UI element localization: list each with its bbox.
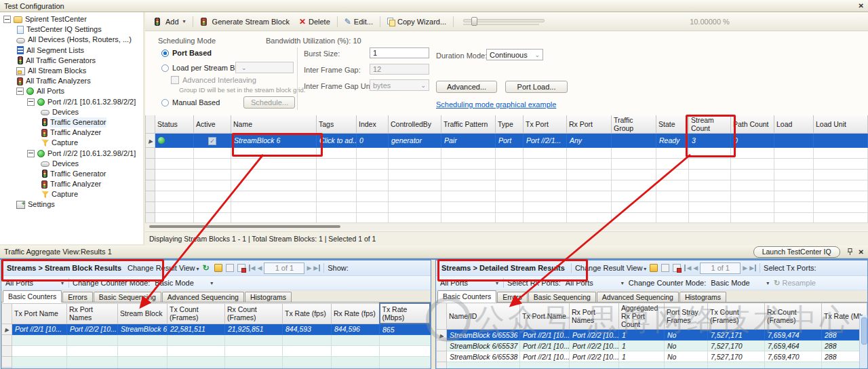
col-tx-rate-mbps[interactable]: Tx Rate (Mbps) (380, 303, 431, 324)
col-tx-port-name[interactable]: Tx Port Name (12, 303, 67, 324)
tab-advanced-sequencing[interactable]: Advanced Sequencing (597, 292, 679, 302)
scrollbar-thumb[interactable] (861, 317, 867, 345)
collapse-icon[interactable] (16, 88, 24, 95)
col-tx-count[interactable]: Tx Count (Frames) (167, 303, 225, 324)
inter-frame-gap-unit-combo[interactable]: bytes (370, 79, 429, 91)
scrollbar-thumb[interactable] (149, 225, 340, 228)
tab-basic-sequencing[interactable]: Basic Sequencing (94, 292, 161, 302)
prev-page-icon[interactable] (693, 265, 698, 271)
col-tx-count[interactable]: Tx Count (Frames) (708, 303, 765, 330)
vertical-scrollbar[interactable] (859, 315, 867, 368)
col-tags[interactable]: Tags (317, 115, 357, 134)
col-rx-port[interactable]: Rx Port (567, 115, 612, 134)
col-port-stray[interactable]: Port Stray Frames (665, 303, 708, 330)
tree-item-all-traffic-generators[interactable]: All Traffic Generators (0, 56, 143, 66)
col-aggregated-rx[interactable]: Aggregated Rx Port Count (619, 303, 665, 330)
tree-item-settings[interactable]: Settings (0, 199, 143, 210)
col-path-count[interactable]: Path Count (731, 115, 774, 134)
tx-ports-dropdown[interactable]: All Ports (439, 279, 500, 287)
collapse-icon[interactable] (27, 150, 35, 157)
load-per-stream-combo[interactable] (235, 62, 294, 73)
stream-row-65536[interactable]: StreamBlock 6/65536 Port //2/1 [10... Po… (437, 330, 867, 341)
first-page-icon[interactable] (684, 265, 691, 271)
next-page-icon[interactable] (743, 265, 747, 271)
prev-page-icon[interactable] (257, 265, 262, 271)
copy-icon[interactable] (661, 264, 669, 272)
stream-block-row[interactable]: ✓ StreamBlock 6 Click to ad... 0 generat… (146, 134, 868, 148)
port-based-radio[interactable]: Port Based (161, 49, 212, 57)
counter-mode-dropdown[interactable]: Basic Mode (153, 279, 214, 287)
change-result-view-button[interactable]: Change Result View (127, 264, 199, 272)
tree-item-traffic-analyzer-2[interactable]: Traffic Analyzer (0, 179, 143, 189)
tree-item-traffic-generator-2[interactable]: Traffic Generator (0, 169, 143, 179)
tab-basic-sequencing[interactable]: Basic Sequencing (528, 292, 596, 302)
inter-frame-gap-input[interactable]: 12 (370, 64, 429, 75)
chart-export-icon[interactable] (237, 264, 245, 272)
tree-item-traffic-generator-1[interactable]: Traffic Generator (0, 117, 143, 128)
col-tx-rate-fps[interactable]: Tx Rate (fps) (283, 303, 332, 324)
tab-advanced-sequencing[interactable]: Advanced Sequencing (162, 292, 244, 302)
col-rx-port-names[interactable]: Rx Port Names (570, 303, 619, 330)
copy-wizard-button[interactable]: Copy Wizard... (384, 16, 449, 27)
tree-item-devices-2[interactable]: Devices (0, 159, 143, 169)
change-result-view-button[interactable]: Change Result View (575, 264, 646, 272)
col-controlledby[interactable]: ControlledBy (389, 115, 441, 134)
col-state[interactable]: State (656, 115, 689, 134)
last-page-icon[interactable] (749, 265, 756, 271)
col-type[interactable]: Type (496, 115, 524, 134)
col-rx-count[interactable]: Rx Count (Frames) (225, 303, 283, 324)
export-icon[interactable] (214, 264, 222, 272)
generate-stream-block-button[interactable]: Generate Stream Block (197, 16, 292, 27)
col-rx-rate-fps[interactable]: Rx Rate (fps) (332, 303, 380, 324)
burst-size-input[interactable]: 1 (370, 47, 429, 58)
col-tx-port[interactable]: Tx Port (524, 115, 567, 134)
tree-item-iq-settings[interactable]: TestCenter IQ Settings (0, 24, 143, 35)
col-name[interactable]: Name (231, 115, 317, 134)
tree-item-all-ports[interactable]: All Ports (0, 86, 143, 96)
tab-histograms[interactable]: Histograms (245, 292, 292, 302)
tab-errors[interactable]: Errors (497, 292, 528, 302)
col-name-id[interactable]: Name/ID (447, 303, 520, 330)
load-slider[interactable] (463, 17, 543, 26)
last-page-icon[interactable] (313, 265, 320, 271)
window-close-icon[interactable]: ✕ (859, 2, 864, 9)
close-panel-icon[interactable]: ✕ (859, 248, 864, 256)
tags-cell[interactable]: Click to ad... (317, 134, 357, 148)
tree-item-devices-1[interactable]: Devices (0, 107, 143, 117)
schedule-button[interactable]: Schedule... (243, 96, 295, 109)
collapse-icon[interactable] (27, 98, 35, 106)
pin-icon[interactable] (847, 248, 853, 256)
tree-item-port-2-1[interactable]: Port //2/1 [10.61.32.98/2/2] (0, 97, 143, 107)
col-index[interactable]: Index (357, 115, 389, 134)
stream-row-65538[interactable]: StreamBlock 6/65538 Port //2/1 [10... Po… (437, 351, 867, 362)
horizontal-scrollbar[interactable] (145, 222, 868, 231)
manual-based-radio[interactable]: Manual Based (161, 98, 220, 106)
col-stream-block[interactable]: Stream Block (118, 303, 167, 324)
advanced-interleaving-checkbox[interactable]: Advanced Interleaving (171, 76, 256, 84)
next-page-icon[interactable] (307, 265, 311, 271)
col-tx-port-name[interactable]: Tx Port Name (520, 303, 570, 330)
delete-button[interactable]: ✕Delete (296, 16, 333, 28)
port-load-button[interactable]: Port Load... (505, 81, 568, 93)
col-traffic-group[interactable]: Traffic Group (612, 115, 656, 134)
tab-histograms[interactable]: Histograms (679, 292, 726, 302)
tree-item-all-devices[interactable]: All Devices (Hosts, Routers, ...) (0, 35, 143, 45)
tab-errors[interactable]: Errors (62, 292, 93, 302)
col-rx-count[interactable]: Rx Count (Frames) (765, 303, 822, 330)
slider-thumb[interactable] (471, 17, 477, 26)
duration-mode-combo[interactable]: Continuous (486, 49, 543, 60)
tree-item-all-stream-blocks[interactable]: All Stream Blocks (0, 66, 143, 76)
first-page-icon[interactable] (249, 265, 256, 271)
export-icon[interactable] (650, 264, 658, 272)
name-cell[interactable]: StreamBlock 6 (231, 134, 317, 148)
counter-mode-dropdown[interactable]: Basic Mode (709, 279, 770, 287)
copy-icon[interactable] (226, 264, 234, 272)
scheduling-example-link[interactable]: Scheduling mode graphical example (436, 100, 556, 109)
col-active[interactable]: Active (194, 115, 231, 134)
tx-ports-dropdown[interactable]: All Ports (4, 279, 65, 287)
resample-button[interactable]: Resample (774, 279, 816, 288)
edit-button[interactable]: Edit... (342, 16, 376, 28)
col-rx-port-names[interactable]: Rx Port Names (67, 303, 118, 324)
add-button[interactable]: Add (151, 16, 189, 27)
launch-testcenter-iq-button[interactable]: Launch TestCenter IQ (753, 246, 840, 258)
